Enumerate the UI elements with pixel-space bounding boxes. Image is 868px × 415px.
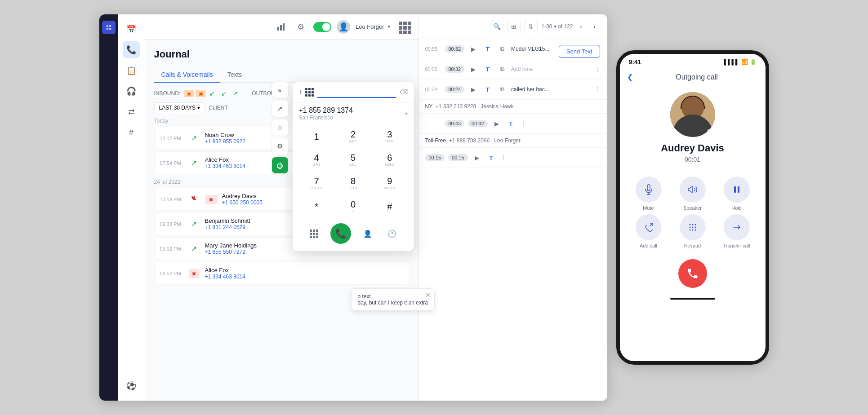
user-dropdown-chevron: ▼ bbox=[387, 24, 392, 29]
call-direction-icon bbox=[188, 193, 200, 206]
nav-phone[interactable]: 📞 bbox=[123, 41, 140, 58]
battery-icon: 🔋 bbox=[750, 59, 757, 65]
log-more-btn[interactable]: ⋮ bbox=[500, 154, 507, 161]
nav-hashtag[interactable]: # bbox=[123, 124, 140, 141]
play-btn[interactable]: ▶ bbox=[468, 44, 479, 54]
search-btn[interactable]: 🔍 bbox=[490, 20, 503, 33]
key-num: 9 bbox=[387, 177, 392, 185]
dial-key-0[interactable]: 0 + bbox=[335, 195, 371, 218]
call-time: 07:54 PM bbox=[160, 160, 183, 166]
play-btn[interactable]: ▶ bbox=[472, 152, 482, 163]
text-btn[interactable]: T bbox=[486, 152, 497, 163]
settings-icon[interactable]: ⚙ bbox=[294, 20, 308, 34]
nav-contacts[interactable]: 📋 bbox=[123, 62, 140, 79]
pagination: 1-30 ▾ of 122 ‹ › bbox=[541, 21, 600, 32]
call-number: +1 334 463 8014 bbox=[205, 274, 245, 280]
dial-key-7[interactable]: 7 PQRS bbox=[299, 172, 334, 194]
nav-transfer[interactable]: ⇄ bbox=[123, 103, 140, 120]
end-call-button[interactable] bbox=[678, 259, 707, 288]
side-external-icon[interactable]: ↗ bbox=[272, 101, 288, 117]
dial-key-hash[interactable]: # bbox=[372, 195, 407, 218]
hold-label: Hold bbox=[731, 205, 742, 211]
dial-key-6[interactable]: 6 MNO bbox=[372, 149, 407, 171]
missed-call-icon-2[interactable]: ↙ bbox=[219, 90, 229, 97]
dial-key-9[interactable]: 9 WXYZ bbox=[372, 172, 407, 194]
panel-header: 🔍 ⊞ ⇅ 1-30 ▾ of 122 ‹ › bbox=[419, 14, 607, 39]
send-text-button[interactable]: Send Text bbox=[559, 45, 600, 58]
voicemail-icon-1[interactable]: ▣ bbox=[184, 90, 194, 97]
svg-point-7 bbox=[689, 224, 690, 225]
nav-calendar[interactable]: 📅 bbox=[123, 21, 140, 38]
nav-headset[interactable]: 🎧 bbox=[123, 83, 140, 100]
dial-key-2[interactable]: 2 ABC bbox=[335, 125, 371, 148]
call-info: Benjamin Schmitt +1 831 244 0529 bbox=[205, 217, 250, 230]
home-bar bbox=[670, 298, 715, 300]
text-btn[interactable]: T bbox=[506, 118, 516, 129]
copy-btn[interactable]: ⧉ bbox=[497, 44, 507, 54]
side-expand-icon[interactable]: » bbox=[272, 82, 288, 98]
dialpad-clear-btn[interactable]: ⌫ bbox=[400, 88, 409, 96]
call-row[interactable]: 08:52 PM ▣ Alice Fox +1 334 463 8014 bbox=[154, 262, 410, 285]
tooltip-close-btn[interactable]: ✕ bbox=[425, 291, 431, 299]
keypad-button[interactable]: Keypad bbox=[673, 214, 712, 248]
dial-key-1[interactable]: 1 bbox=[299, 125, 334, 148]
next-page-btn[interactable]: › bbox=[589, 21, 600, 32]
voicemail-icon-2[interactable]: ▣ bbox=[196, 90, 205, 97]
text-btn[interactable]: T bbox=[482, 64, 493, 75]
tab-texts[interactable]: Texts bbox=[220, 67, 249, 83]
user-info[interactable]: Leo Forger ▼ bbox=[356, 23, 392, 30]
dialpad-grid-icon[interactable] bbox=[305, 88, 314, 97]
apps-grid-icon[interactable] bbox=[397, 20, 411, 34]
play-btn[interactable]: ▶ bbox=[491, 118, 502, 129]
dial-key-star[interactable]: * bbox=[299, 195, 334, 218]
add-call-button[interactable]: Add call bbox=[629, 214, 668, 248]
dialpad-grid-action[interactable] bbox=[306, 225, 322, 242]
client-label: CLIENT bbox=[209, 105, 228, 111]
side-gear-icon[interactable]: ⚙ bbox=[272, 138, 288, 155]
nav-help[interactable]: ⚽ bbox=[123, 377, 140, 394]
dial-key-3[interactable]: 3 DEF bbox=[372, 125, 407, 148]
side-power-icon[interactable]: ⏻ bbox=[272, 157, 288, 173]
sort-btn[interactable]: ⇅ bbox=[524, 20, 538, 33]
phone-status-bar: 9:41 ▌▌▌▌ 📶 🔋 bbox=[620, 54, 766, 70]
mute-button[interactable]: Mute bbox=[629, 177, 668, 211]
filter-btn[interactable]: ⊞ bbox=[507, 20, 521, 33]
period-select[interactable]: LAST 30 DAYS ▾ bbox=[154, 102, 205, 113]
log-more-btn[interactable]: ⋮ bbox=[595, 66, 601, 73]
tab-calls-voicemails[interactable]: Calls & Voicemails bbox=[154, 67, 220, 83]
text-btn[interactable]: T bbox=[482, 84, 493, 95]
key-num: 5 bbox=[351, 153, 356, 162]
prev-page-btn[interactable]: ‹ bbox=[576, 21, 587, 32]
dialpad-history-icon[interactable]: 🕐 bbox=[384, 225, 400, 242]
dial-call-button[interactable]: 📞 bbox=[330, 223, 351, 244]
play-btn[interactable]: ▶ bbox=[468, 64, 479, 75]
missed-call-icon-1[interactable]: ↙ bbox=[207, 90, 217, 97]
play-btn[interactable]: ▶ bbox=[468, 84, 479, 95]
log-note-placeholder[interactable]: Add note bbox=[511, 66, 591, 72]
dialpad-input[interactable] bbox=[317, 86, 396, 98]
dial-up-icon[interactable]: ↑ bbox=[299, 88, 303, 96]
key-num: 2 bbox=[351, 130, 356, 139]
analytics-icon[interactable] bbox=[274, 20, 288, 34]
key-letters: + bbox=[352, 209, 355, 213]
missed-call-icon-3[interactable]: ↗ bbox=[231, 90, 240, 97]
journal-title: Journal bbox=[154, 49, 410, 60]
text-btn[interactable]: T bbox=[482, 44, 493, 54]
status-toggle[interactable] bbox=[313, 22, 331, 32]
dialpad-expand-chevron[interactable]: ▾ bbox=[405, 110, 408, 117]
speaker-button[interactable]: Speaker bbox=[673, 177, 712, 211]
dialpad-contacts-icon[interactable]: 👤 bbox=[360, 225, 376, 242]
log-more-btn[interactable]: ⋮ bbox=[595, 86, 601, 93]
hold-button[interactable]: Hold bbox=[717, 177, 757, 211]
copy-btn[interactable]: ⧉ bbox=[497, 64, 507, 75]
dial-key-8[interactable]: 8 TUV bbox=[335, 172, 371, 194]
transfer-icon-circle bbox=[724, 214, 750, 240]
transfer-call-button[interactable]: Transfer call bbox=[717, 214, 757, 248]
side-star-icon[interactable]: ☆ bbox=[272, 119, 288, 136]
copy-btn[interactable]: ⧉ bbox=[497, 84, 507, 95]
back-chevron-icon[interactable]: ❮ bbox=[627, 73, 633, 81]
log-more-btn[interactable]: ⋮ bbox=[520, 120, 526, 127]
dial-key-4[interactable]: 4 GHI bbox=[299, 149, 334, 171]
dial-key-5[interactable]: 5 JKL bbox=[335, 149, 371, 171]
caller-line-2: Toll-Free +1 888 708 2096 Leo Forger bbox=[419, 134, 607, 148]
